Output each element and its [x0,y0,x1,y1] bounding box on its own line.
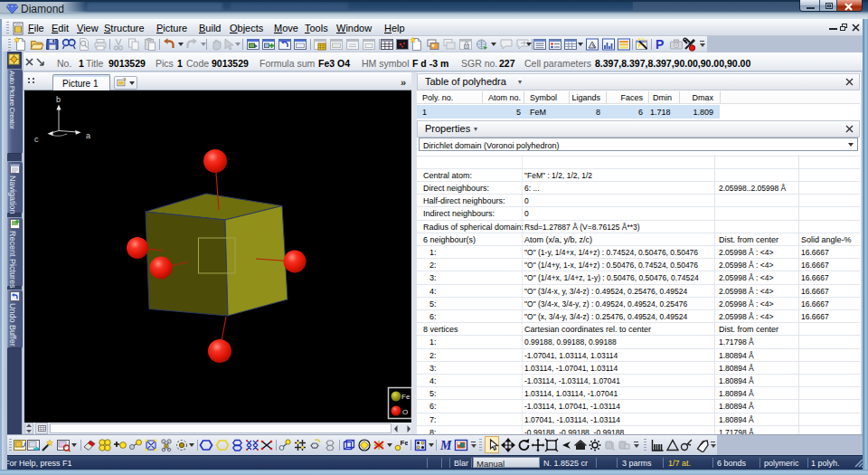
svg-text:Fe: Fe [401,393,410,401]
svg-text:O: O [402,408,408,416]
svg-text:c: c [34,135,39,144]
svg-text:Fe: Fe [401,439,409,447]
svg-text:P: P [656,37,664,52]
svg-text:M: M [439,439,452,452]
svg-text:a: a [86,131,90,140]
svg-text:b: b [56,95,61,104]
